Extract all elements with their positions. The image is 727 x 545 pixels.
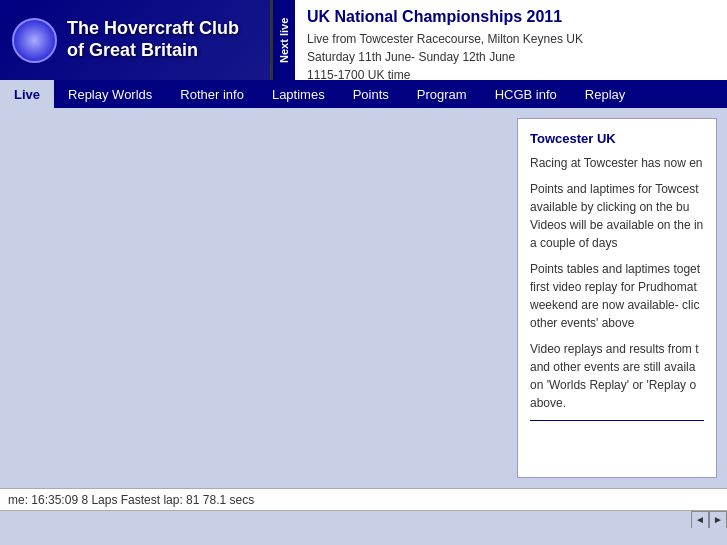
- next-live-label: Next live: [273, 0, 295, 80]
- nav-item-laptimes[interactable]: Laptimes: [258, 80, 339, 108]
- event-line3: 1115-1700 UK time: [307, 66, 715, 84]
- event-title: UK National Championships 2011: [307, 8, 715, 26]
- content-para1: Racing at Towcester has now en: [530, 154, 704, 172]
- scroll-arrows: ◄ ►: [691, 511, 727, 529]
- left-panel: [10, 118, 517, 478]
- nav-item-rother-info[interactable]: Rother info: [166, 80, 258, 108]
- logo-icon: [12, 18, 57, 63]
- logo-text: The Hovercraft Club of Great Britain: [67, 18, 239, 61]
- status-bar: me: 16:35:09 8 Laps Fastest lap: 81 78.1…: [0, 488, 727, 510]
- content-heading: Towcester UK: [530, 131, 704, 146]
- event-line2: Saturday 11th June- Sunday 12th June: [307, 48, 715, 66]
- nav-item-hcgb-info[interactable]: HCGB info: [481, 80, 571, 108]
- nav-item-live[interactable]: Live: [0, 80, 54, 108]
- status-text: me: 16:35:09 8 Laps Fastest lap: 81 78.1…: [8, 493, 254, 507]
- header: The Hovercraft Club of Great Britain Nex…: [0, 0, 727, 80]
- main-content: Towcester UK Racing at Towcester has now…: [0, 108, 727, 488]
- nav-bar: Live Replay Worlds Rother info Laptimes …: [0, 80, 727, 108]
- content-box: Towcester UK Racing at Towcester has now…: [517, 118, 717, 478]
- next-live-content: UK National Championships 2011 Live from…: [295, 0, 727, 80]
- event-line1: Live from Towcester Racecourse, Milton K…: [307, 30, 715, 48]
- logo-section: The Hovercraft Club of Great Britain: [0, 0, 270, 80]
- bottom-scrollbar: ◄ ►: [0, 510, 727, 528]
- content-para4: Video replays and results from t and oth…: [530, 340, 704, 412]
- content-para3: Points tables and laptimes toget first v…: [530, 260, 704, 332]
- nav-item-program[interactable]: Program: [403, 80, 481, 108]
- nav-item-replay-worlds[interactable]: Replay Worlds: [54, 80, 166, 108]
- logo-line1: The Hovercraft Club: [67, 18, 239, 38]
- nav-item-points[interactable]: Points: [339, 80, 403, 108]
- next-live-section: Next live UK National Championships 2011…: [270, 0, 727, 80]
- nav-item-replay[interactable]: Replay: [571, 80, 639, 108]
- logo-line2: of Great Britain: [67, 40, 198, 60]
- scroll-right-arrow[interactable]: ►: [709, 511, 727, 529]
- content-divider: [530, 420, 704, 421]
- page-wrapper: The Hovercraft Club of Great Britain Nex…: [0, 0, 727, 528]
- scroll-left-arrow[interactable]: ◄: [691, 511, 709, 529]
- content-para2: Points and laptimes for Towcest availabl…: [530, 180, 704, 252]
